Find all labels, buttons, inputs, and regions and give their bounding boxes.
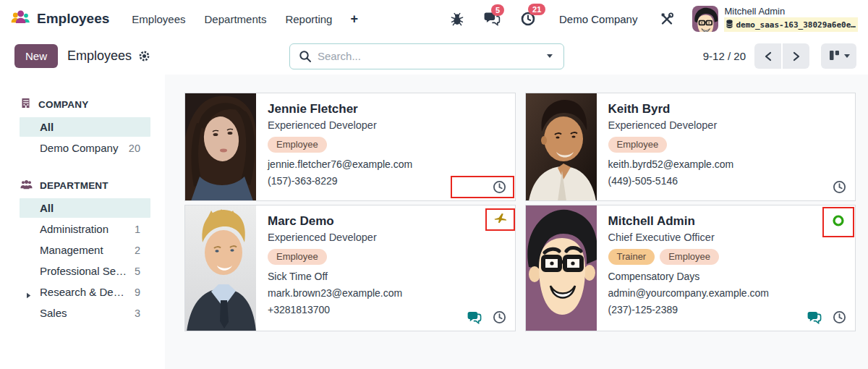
filter-company-demo[interactable]: Demo Company 20 <box>20 138 150 158</box>
employee-job-title: Experienced Developer <box>268 232 506 243</box>
employee-job-title: Experienced Developer <box>608 119 847 131</box>
filter-department-administration[interactable]: Administration 1 <box>20 219 150 239</box>
filter-company-all[interactable]: All <box>20 117 150 137</box>
expand-caret-icon[interactable] <box>26 289 31 301</box>
pager-previous-button[interactable] <box>754 43 781 69</box>
search-input[interactable] <box>318 50 536 62</box>
tools-icon[interactable] <box>653 7 681 30</box>
annotation-box <box>822 207 854 237</box>
filter-label: Demo Company <box>40 142 118 154</box>
employee-card-keith-byrd[interactable]: Keith Byrd Experienced Developer Employe… <box>525 93 856 201</box>
new-button[interactable]: New <box>14 44 58 68</box>
filter-label: Professional Se… <box>40 265 127 277</box>
pager: 9-12 / 20 <box>703 43 856 69</box>
search-box <box>289 43 564 69</box>
filter-department-management[interactable]: Management 2 <box>20 240 150 260</box>
plane-absent-icon <box>493 211 507 228</box>
tag-employee: Employee <box>660 249 719 265</box>
building-icon <box>20 98 31 111</box>
bug-icon[interactable] <box>444 8 470 30</box>
filter-label: All <box>40 121 54 133</box>
employee-kanban: Jennie Fletcher Experienced Developer Em… <box>165 75 868 369</box>
employee-phone: (449)-505-5146 <box>608 175 847 187</box>
search-area <box>150 43 703 69</box>
filter-label: All <box>40 202 54 214</box>
company-section: COMPANY All Demo Company 20 <box>0 93 165 158</box>
filter-label: Sales <box>40 307 67 319</box>
employee-job-title: Chief Executive Officer <box>608 232 847 243</box>
messages-icon[interactable]: 5 <box>477 7 507 30</box>
user-name: Mitchell Admin <box>724 6 858 17</box>
menu-reporting[interactable]: Reporting <box>276 9 341 30</box>
employee-photo <box>526 205 597 331</box>
tag-employee: Employee <box>268 249 327 265</box>
filter-department-research-development[interactable]: Research & De… 9 <box>20 282 150 302</box>
card-body: Keith Byrd Experienced Developer Employe… <box>597 93 856 200</box>
breadcrumb: Employees <box>67 48 150 64</box>
messages-icon[interactable] <box>807 311 822 324</box>
gear-icon[interactable] <box>138 50 150 62</box>
employee-email: admin@yourcompany.example.com <box>608 287 847 299</box>
online-ring-icon <box>832 214 845 230</box>
filter-department-professional-services[interactable]: Professional Se… 5 <box>20 261 150 281</box>
users-icon <box>20 179 33 192</box>
filter-count: 9 <box>135 287 140 298</box>
tag-employee: Employee <box>268 137 327 153</box>
plus-menu-icon[interactable]: + <box>341 9 367 30</box>
employee-leave-status: Compensatory Days <box>608 271 847 282</box>
app-switcher[interactable]: Employees <box>11 9 109 29</box>
annotation-box <box>451 176 514 198</box>
top-navbar: Employees Employees Departments Reportin… <box>0 0 868 38</box>
activities-icon[interactable]: 21 <box>514 7 543 31</box>
user-menu[interactable]: Mitchell Admin demo_saas-163_38029a6e0e… <box>692 6 858 32</box>
filter-label: Management <box>40 244 103 256</box>
employee-card-marc-demo[interactable]: Marc Demo Experienced Developer Employee… <box>184 205 516 331</box>
filter-count: 1 <box>135 224 140 235</box>
employee-card-mitchell-admin[interactable]: Mitchell Admin Chief Executive Officer T… <box>525 205 856 331</box>
menu-departments[interactable]: Departments <box>195 9 276 30</box>
activities-count-badge: 21 <box>528 4 545 15</box>
card-body: Marc Demo Experienced Developer Employee… <box>256 205 515 331</box>
filter-label: Research & De… <box>40 286 124 298</box>
filter-department-all[interactable]: All <box>20 198 150 218</box>
filter-department-sales[interactable]: Sales 3 <box>20 303 150 323</box>
pager-range: 9-12 / 20 <box>703 50 746 62</box>
activity-clock-icon[interactable] <box>493 180 506 194</box>
company-switcher[interactable]: Demo Company <box>550 9 646 30</box>
filter-count: 3 <box>135 308 140 319</box>
activity-clock-icon[interactable] <box>833 310 846 324</box>
card-body: Jennie Fletcher Experienced Developer Em… <box>256 93 515 200</box>
kanban-view-icon <box>828 49 841 64</box>
menu-employees[interactable]: Employees <box>122 9 195 30</box>
tag-employee: Employee <box>608 137 668 153</box>
employee-name: Jennie Fletcher <box>268 102 506 116</box>
messages-icon[interactable] <box>467 311 482 324</box>
activity-clock-icon[interactable] <box>833 180 846 194</box>
company-section-title: COMPANY <box>0 93 165 117</box>
employee-email: jennie.fletcher76@example.com <box>268 158 506 170</box>
database-icon <box>726 18 733 31</box>
section-title-label: COMPANY <box>38 99 88 110</box>
activity-clock-icon[interactable] <box>493 310 506 324</box>
systray: 5 21 Demo Company <box>444 6 858 32</box>
tag-trainer: Trainer <box>608 249 655 265</box>
filter-count: 20 <box>129 143 140 154</box>
section-title-label: DEPARTMENT <box>40 180 109 191</box>
employee-email: mark.brown23@example.com <box>268 287 506 299</box>
employee-name: Marc Demo <box>268 214 506 229</box>
app-name: Employees <box>37 11 109 27</box>
employees-app-icon <box>11 9 30 29</box>
employee-photo <box>185 93 256 200</box>
pager-next-button[interactable] <box>783 43 809 69</box>
annotation-box <box>485 208 515 231</box>
database-row: demo_saas-163_38029a6e0e… <box>724 17 858 32</box>
employee-leave-status: Sick Time Off <box>268 271 506 282</box>
main-content: COMPANY All Demo Company 20 <box>0 75 868 369</box>
database-name: demo_saas-163_38029a6e0e… <box>736 20 856 30</box>
view-switcher-button[interactable] <box>821 43 856 69</box>
employee-card-jennie-fletcher[interactable]: Jennie Fletcher Experienced Developer Em… <box>184 93 516 201</box>
control-panel: New Employees 9-12 / 20 <box>0 38 868 75</box>
employee-photo <box>526 93 597 200</box>
messages-count-badge: 5 <box>491 4 504 16</box>
search-dropdown-caret-icon[interactable] <box>536 44 563 69</box>
